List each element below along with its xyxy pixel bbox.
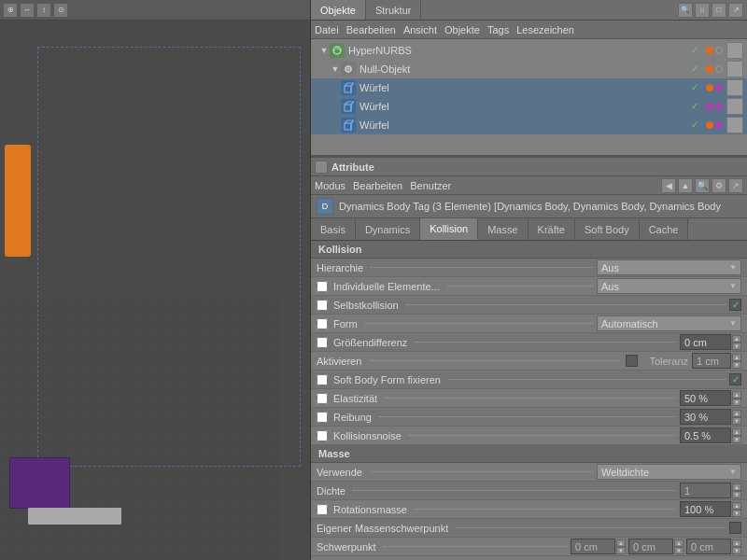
rotationsmasse-spin-down[interactable]: ▼ (732, 510, 741, 517)
schwerpunkt-z-input[interactable] (686, 539, 731, 554)
schwerpunkt-value[interactable]: ▲ ▼ ▲ ▼ ▲ (571, 539, 741, 554)
schwerpunkt-y-input[interactable] (628, 539, 673, 554)
aktivieren-value[interactable] (626, 355, 638, 367)
search-icon[interactable]: 🔍 (678, 3, 693, 18)
tab-objekte[interactable]: Objekte (311, 0, 366, 20)
tab-softbody[interactable]: Soft Body (575, 218, 640, 240)
tree-row-hypernurbs[interactable]: ▼ HyperNURBS ✓ (311, 41, 747, 60)
selbstkollision-check[interactable] (729, 299, 741, 311)
menu-objekte[interactable]: Objekte (444, 24, 480, 35)
kollisionsnoise-checkbox[interactable] (317, 430, 328, 441)
elastizitaet-value[interactable]: ▲ ▼ (680, 390, 741, 406)
expand-hypernurbs[interactable]: ▼ (318, 45, 330, 56)
elastizitaet-spin-up[interactable]: ▲ (732, 391, 741, 399)
menu-datei[interactable]: Datei (315, 24, 339, 35)
tab-dynamics[interactable]: Dynamics (356, 218, 420, 240)
rotationsmasse-input[interactable] (680, 501, 731, 517)
attr-menu-bearbeiten[interactable]: Bearbeiten (353, 180, 402, 191)
rotationsmasse-spinner[interactable]: ▲ ▼ (732, 502, 741, 517)
toleranz-spin-down[interactable]: ▼ (732, 361, 741, 369)
elastizitaet-spinner[interactable]: ▲ ▼ (732, 391, 741, 406)
reibung-input[interactable] (680, 409, 731, 425)
nav-up[interactable]: ▲ (678, 178, 693, 193)
expand-icon[interactable]: ↗ (728, 3, 743, 18)
form-checkbox[interactable] (317, 318, 328, 329)
spin-down[interactable]: ▼ (732, 343, 741, 350)
tab-kraefte[interactable]: Kräfte (529, 218, 575, 240)
hierarchie-value[interactable]: Aus ▼ (597, 259, 741, 275)
toleranz-input[interactable] (692, 353, 731, 369)
elastizitaet-checkbox[interactable] (317, 393, 328, 404)
schwerpunkt-x-spinner[interactable]: ▲ ▼ (616, 539, 626, 554)
content-area[interactable]: Kollision Hierarchie Aus ▼ Ind (311, 241, 747, 560)
tree-row-wuerfel2[interactable]: Würfel ✓ (311, 97, 747, 116)
form-dropdown[interactable]: Automatisch ▼ (597, 315, 741, 331)
kollisionsnoise-input[interactable] (680, 427, 731, 443)
selbstkollision-value[interactable] (729, 299, 741, 311)
tree-row-null[interactable]: ▼ Null-Objekt ✓ (311, 60, 747, 78)
selbstkollision-checkbox[interactable] (317, 300, 328, 311)
tab-basis[interactable]: Basis (311, 218, 356, 240)
kollisionsnoise-spinner[interactable]: ▲ ▼ (732, 428, 741, 443)
dichte-spin-down[interactable]: ▼ (732, 491, 741, 498)
eigener-check[interactable] (729, 522, 741, 534)
softbody-fixieren-check[interactable] (729, 373, 741, 385)
spin-up[interactable]: ▲ (732, 335, 741, 343)
menu-bearbeiten[interactable]: Bearbeiten (346, 24, 396, 35)
dichte-input[interactable] (680, 483, 731, 498)
nav-settings[interactable]: ⚙ (712, 178, 726, 193)
tab-kollision[interactable]: Kollision (420, 218, 478, 240)
kollisionsnoise-spin-up[interactable]: ▲ (732, 428, 741, 436)
reibung-spinner[interactable]: ▲ ▼ (732, 410, 741, 425)
dichte-spin-up[interactable]: ▲ (732, 483, 741, 491)
rotationsmasse-checkbox[interactable] (317, 504, 328, 515)
individuelle-dropdown[interactable]: Aus ▼ (597, 278, 741, 294)
reibung-spin-up[interactable]: ▲ (732, 410, 741, 417)
softbody-fixieren-value[interactable] (729, 373, 741, 385)
dichte-spinner[interactable]: ▲ ▼ (732, 483, 741, 498)
attr-menu-modus[interactable]: Modus (315, 180, 345, 191)
reibung-checkbox[interactable] (317, 412, 328, 423)
kollisionsnoise-value[interactable]: ▲ ▼ (680, 427, 741, 443)
reibung-spin-down[interactable]: ▼ (732, 417, 741, 425)
rotationsmasse-spin-up[interactable]: ▲ (732, 502, 741, 510)
nav-expand[interactable]: ↗ (728, 178, 743, 193)
menu-ansicht[interactable]: Ansicht (403, 24, 437, 35)
tab-masse[interactable]: Masse (478, 218, 528, 240)
menu-tags[interactable]: Tags (487, 24, 509, 35)
tree-row-wuerfel1[interactable]: Würfel ✓ (311, 78, 747, 97)
menu-lesezeichen[interactable]: Lesezeichen (516, 24, 574, 35)
rotationsmasse-value[interactable]: ▲ ▼ (680, 501, 741, 517)
tab-struktur[interactable]: Struktur (366, 0, 422, 20)
nav-search[interactable]: 🔍 (695, 178, 710, 193)
lock-icon[interactable]: □ (712, 3, 726, 18)
elastizitaet-input[interactable] (680, 390, 731, 406)
nav-back[interactable]: ◀ (661, 178, 676, 193)
individuelle-checkbox[interactable] (317, 281, 328, 292)
groessendifferenz-checkbox[interactable] (317, 337, 328, 348)
expand-null[interactable]: ▼ (330, 63, 341, 75)
groessendifferenz-input[interactable] (680, 334, 731, 350)
softbody-fixieren-checkbox[interactable] (317, 374, 328, 385)
verwende-value[interactable]: Weltdichte ▼ (597, 464, 741, 480)
toleranz-spin-up[interactable]: ▲ (732, 354, 741, 361)
schwerpunkt-y-spinner[interactable]: ▲ ▼ (674, 539, 684, 554)
schwerpunkt-z-spinner[interactable]: ▲ ▼ (732, 539, 741, 554)
schwerpunkt-x-input[interactable] (571, 539, 615, 554)
groessendifferenz-spinner[interactable]: ▲ ▼ (732, 335, 741, 350)
aktivieren-check[interactable] (626, 355, 638, 367)
dichte-value[interactable]: ▲ ▼ (680, 483, 741, 498)
tree-row-wuerfel3[interactable]: Würfel ✓ (311, 116, 747, 134)
eigener-value[interactable] (729, 522, 741, 534)
hierarchie-dropdown[interactable]: Aus ▼ (597, 259, 741, 275)
elastizitaet-spin-down[interactable]: ▼ (732, 399, 741, 406)
verwende-dropdown[interactable]: Weltdichte ▼ (597, 464, 741, 480)
reibung-value[interactable]: ▲ ▼ (680, 409, 741, 425)
kollisionsnoise-spin-down[interactable]: ▼ (732, 436, 741, 443)
home-icon[interactable]: ⌂ (695, 3, 710, 18)
groessendifferenz-value[interactable]: ▲ ▼ (680, 334, 741, 350)
tab-cache[interactable]: Cache (640, 218, 689, 240)
individuelle-value[interactable]: Aus ▼ (597, 278, 741, 294)
form-value[interactable]: Automatisch ▼ (597, 315, 741, 331)
toleranz-spinner[interactable]: ▲ ▼ (732, 354, 741, 369)
